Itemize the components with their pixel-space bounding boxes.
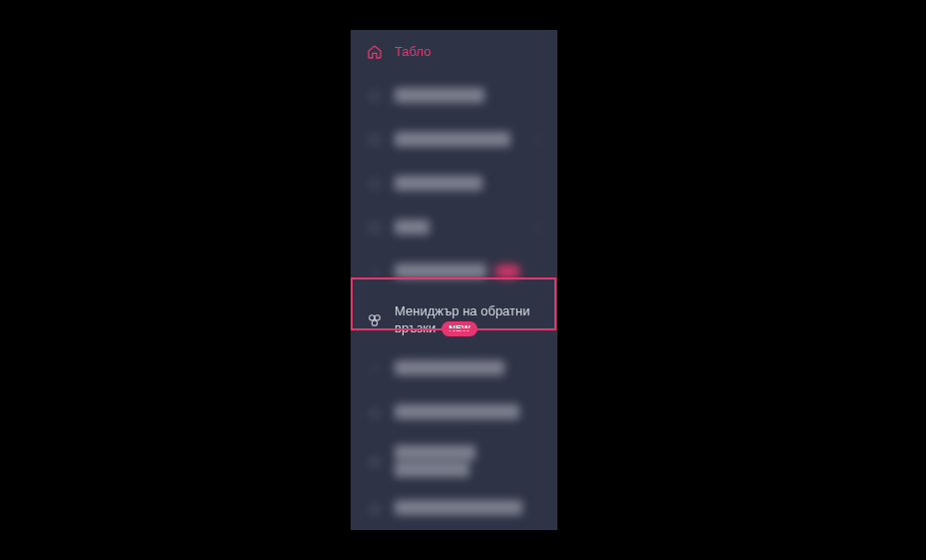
- generic-icon: [365, 130, 385, 150]
- svg-rect-3: [370, 223, 379, 232]
- generic-icon: [365, 174, 385, 194]
- svg-point-2: [370, 179, 379, 188]
- sidebar-item-label: Обяснете за марката: [395, 500, 543, 517]
- svg-point-7: [370, 408, 379, 417]
- chevron-right-icon: [531, 223, 543, 233]
- svg-rect-9: [371, 504, 379, 512]
- sidebar-item-blurred-5[interactable]: Обратни линии: [351, 250, 557, 293]
- svg-rect-8: [371, 458, 379, 466]
- svg-point-5: [375, 315, 380, 320]
- sidebar-item-label: Тестиране на съдържание: [395, 445, 543, 479]
- generic-icon: [365, 403, 385, 423]
- svg-point-6: [372, 320, 377, 325]
- sidebar-item-blurred-1[interactable]: Моите проекти: [351, 74, 557, 118]
- generic-icon: [365, 359, 385, 379]
- svg-point-4: [370, 315, 375, 320]
- link-icon: [365, 310, 385, 330]
- sidebar-item-blurred-10[interactable]: Обяснете за марката: [351, 489, 557, 529]
- sidebar-item-label: Пазарна стока: [395, 176, 543, 193]
- sidebar-item-blurred-4[interactable]: Стоки: [351, 206, 557, 250]
- generic-icon: [365, 262, 385, 281]
- sidebar-item-blurred-3[interactable]: Пазарна стока: [351, 162, 557, 206]
- sidebar-item-label: Тестови задължения: [395, 404, 543, 421]
- sidebar-item-blurred-9[interactable]: Тестиране на съдържание: [351, 435, 557, 489]
- home-icon: [365, 42, 385, 62]
- generic-icon: [365, 499, 385, 519]
- new-badge: [494, 265, 520, 279]
- sidebar-item-backlinks-manager[interactable]: Мениджър на обратни връзкиNEW: [351, 293, 557, 347]
- sidebar-item-dashboard[interactable]: Табло: [351, 30, 557, 74]
- svg-point-0: [370, 91, 379, 100]
- generic-icon: [365, 452, 385, 472]
- sidebar-item-blurred-8[interactable]: Тестови задължения: [351, 391, 557, 435]
- sidebar-item-label: Моите задължения: [395, 132, 531, 149]
- sidebar-item-label: Мениджър на обратни връзкиNEW: [395, 303, 543, 337]
- svg-rect-1: [370, 135, 379, 144]
- sidebar-item-label: Стоки: [395, 220, 531, 237]
- sidebar-item-blurred-2[interactable]: Моите задължения: [351, 118, 557, 162]
- sidebar-item-blurred-7[interactable]: Услуги и подкрепа: [351, 347, 557, 391]
- generic-icon: [365, 86, 385, 106]
- sidebar: Табло Моите проекти Моите задължения Паз…: [351, 30, 557, 530]
- sidebar-item-label: Обратни линии: [395, 264, 543, 280]
- chevron-right-icon: [531, 135, 543, 145]
- sidebar-item-label: Моите проекти: [395, 88, 543, 105]
- new-badge: NEW: [442, 321, 477, 337]
- sidebar-item-label: Услуги и подкрепа: [395, 360, 543, 377]
- sidebar-item-label: Табло: [395, 44, 543, 61]
- generic-icon: [365, 218, 385, 238]
